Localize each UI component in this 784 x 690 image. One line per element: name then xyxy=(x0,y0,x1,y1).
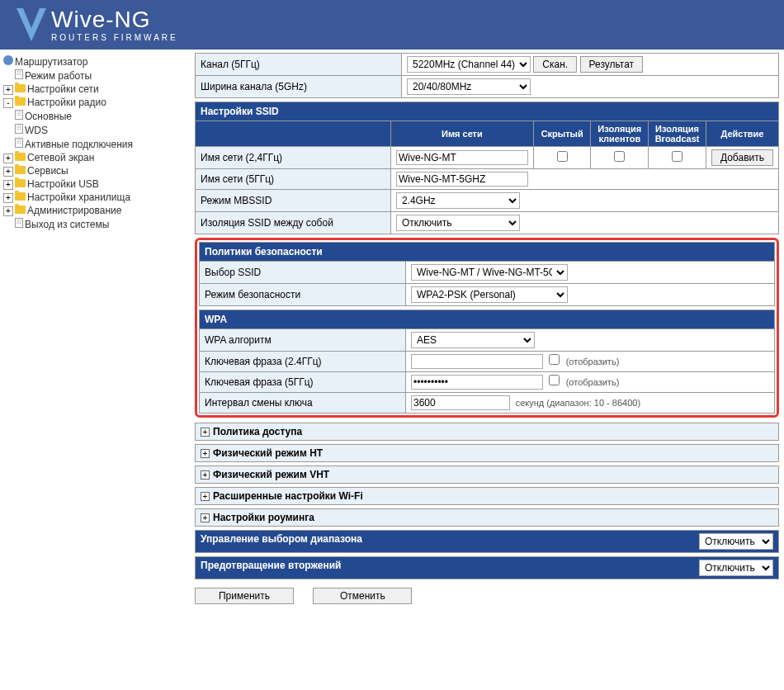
security-mode-select[interactable]: WPA2-PSK (Personal) xyxy=(411,286,568,303)
world-icon xyxy=(3,55,13,65)
col-ssid-name: Имя сети xyxy=(390,121,533,147)
rekey-interval-input[interactable] xyxy=(411,395,510,410)
page-icon xyxy=(15,124,23,134)
apply-button[interactable]: Применить xyxy=(195,588,294,604)
show-label: (отобразить) xyxy=(566,357,620,366)
sidebar-item-mode[interactable]: Режим работы xyxy=(25,70,92,82)
page-icon xyxy=(15,69,23,79)
page-icon xyxy=(15,138,23,148)
security-highlight: Политики безопасности Выбор SSID Wive-NG… xyxy=(195,238,779,418)
sidebar-item-basic[interactable]: Основные xyxy=(25,111,72,122)
folder-icon xyxy=(15,153,26,161)
header: Wive-NG ROUTERS FIRMWARE xyxy=(0,0,784,50)
sidebar-item-network[interactable]: Настройки сети xyxy=(27,83,99,95)
ssid-24-input[interactable] xyxy=(396,150,528,165)
show-passphrase-24-checkbox[interactable] xyxy=(549,354,560,365)
passphrase-24-label: Ключевая фраза (2.4ГГц) xyxy=(200,352,406,372)
passphrase-24-input[interactable] xyxy=(411,354,543,369)
col-isolation-broadcast: Изоляция Broadcast xyxy=(649,121,706,147)
sidebar-item-admin[interactable]: Администрирование xyxy=(27,205,121,216)
svg-marker-0 xyxy=(17,8,46,41)
ssid-section-header: Настройки SSID xyxy=(196,102,779,121)
scan-button[interactable]: Скан. xyxy=(533,56,577,73)
ssid-24-label: Имя сети (2,4ГГц) xyxy=(196,147,391,169)
plus-icon: + xyxy=(201,428,210,437)
folder-icon xyxy=(15,84,26,92)
brand-subtitle: ROUTERS FIRMWARE xyxy=(51,33,178,42)
col-hidden: Скрытый xyxy=(533,121,591,147)
ssid-24-isol-bcast-checkbox[interactable] xyxy=(672,151,682,162)
show-label: (отобразить) xyxy=(566,377,620,387)
wpa-algo-label: WPA алгоритм xyxy=(200,329,406,352)
sidebar-item-storage[interactable]: Настройки хранилища xyxy=(27,191,130,203)
ssid-select[interactable]: Wive-NG-MT / Wive-NG-MT-5GHZ xyxy=(411,264,568,281)
ssid-isolation-select[interactable]: Отключить xyxy=(396,215,520,231)
band-steering-row: Управление выбором диапазона Отключить xyxy=(196,531,779,553)
folder-icon xyxy=(15,166,26,174)
sidebar-item-active[interactable]: Активные подключения xyxy=(25,139,133,150)
folder-icon xyxy=(15,206,26,214)
folder-icon xyxy=(15,97,26,106)
folder-icon xyxy=(15,192,26,201)
roaming-row[interactable]: +Настройки роуминга xyxy=(196,509,779,527)
plus-icon: + xyxy=(201,449,210,458)
mbssid-label: Режим MBSSID xyxy=(196,190,391,212)
wpa-algo-select[interactable]: AES xyxy=(411,332,535,348)
passphrase-5-input[interactable] xyxy=(411,375,543,390)
band-steering-select[interactable]: Отключить xyxy=(699,533,773,550)
show-passphrase-5-checkbox[interactable] xyxy=(549,375,560,385)
ssid-24-isol-clients-checkbox[interactable] xyxy=(614,151,625,162)
sidebar-item-radio[interactable]: Настройки радио xyxy=(27,97,106,108)
channel-width-label: Ширина канала (5GHz) xyxy=(196,76,402,98)
page-icon xyxy=(15,218,23,228)
page-icon xyxy=(15,110,23,120)
intrusion-prevention-row: Предотвращение вторжений Отключить xyxy=(196,557,779,579)
ht-mode-row[interactable]: +Физический режим HT xyxy=(196,445,779,462)
ssid-select-label: Выбор SSID xyxy=(200,262,406,284)
result-button[interactable]: Результат xyxy=(580,56,644,73)
sidebar-item-logout[interactable]: Выход из системы xyxy=(25,219,109,230)
brand-name: Wive-NG xyxy=(51,8,178,31)
plus-icon: + xyxy=(201,513,210,522)
sidebar-item-firewall[interactable]: Сетевой экран xyxy=(27,152,94,163)
folder-icon xyxy=(15,179,26,187)
expand-icon[interactable]: + xyxy=(3,167,13,177)
security-mode-label: Режим безопасности xyxy=(200,284,406,306)
sidebar-item-services[interactable]: Сервисы xyxy=(27,165,68,177)
plus-icon: + xyxy=(201,470,210,480)
channel-5ghz-label: Канал (5ГГц) xyxy=(196,54,402,76)
collapse-icon[interactable]: - xyxy=(3,98,13,108)
expand-icon[interactable]: + xyxy=(3,193,13,203)
channel-width-select[interactable]: 20/40/80MHz xyxy=(407,78,531,95)
ssid-5-input[interactable] xyxy=(396,172,528,187)
wifi-advanced-row[interactable]: +Расширенные настройки Wi-Fi xyxy=(196,488,779,505)
ssid-isolation-label: Изоляция SSID между собой xyxy=(196,212,391,234)
expand-icon[interactable]: + xyxy=(3,206,13,216)
ssid-24-hidden-checkbox[interactable] xyxy=(557,151,568,162)
sidebar-item-usb[interactable]: Настройки USB xyxy=(27,178,99,190)
col-action: Действие xyxy=(706,121,778,147)
content: Канал (5ГГц) 5220MHz (Channel 44) Скан. … xyxy=(190,50,784,612)
col-isolation-clients: Изоляция клиентов xyxy=(591,121,649,147)
wpa-section-header: WPA xyxy=(200,310,775,329)
add-ssid-button[interactable]: Добавить xyxy=(711,149,773,166)
expand-icon[interactable]: + xyxy=(3,180,13,190)
channel-5ghz-select[interactable]: 5220MHz (Channel 44) xyxy=(407,56,531,73)
expand-icon[interactable]: + xyxy=(3,154,13,163)
passphrase-5-label: Ключевая фраза (5ГГц) xyxy=(200,372,406,393)
access-policy-row[interactable]: +Политика доступа xyxy=(196,423,779,441)
vht-mode-row[interactable]: +Физический режим VHT xyxy=(196,466,779,484)
sidebar: Маршрутизатор Режим работы +Настройки се… xyxy=(0,50,190,612)
rekey-interval-hint: секунд (диапазон: 10 - 86400) xyxy=(516,398,640,408)
expand-icon[interactable]: + xyxy=(3,85,13,95)
cancel-button[interactable]: Отменить xyxy=(313,588,412,604)
logo-icon xyxy=(17,8,46,41)
sidebar-item-wds[interactable]: WDS xyxy=(25,125,48,136)
security-section-header: Политики безопасности xyxy=(200,243,775,262)
plus-icon: + xyxy=(201,492,210,501)
sidebar-item-router[interactable]: Маршрутизатор xyxy=(15,56,87,68)
mbssid-select[interactable]: 2.4GHz xyxy=(396,192,520,209)
intrusion-prevention-select[interactable]: Отключить xyxy=(699,560,773,576)
rekey-interval-label: Интервал смены ключа xyxy=(200,393,406,414)
ssid-5-label: Имя сети (5ГГц) xyxy=(196,169,391,190)
